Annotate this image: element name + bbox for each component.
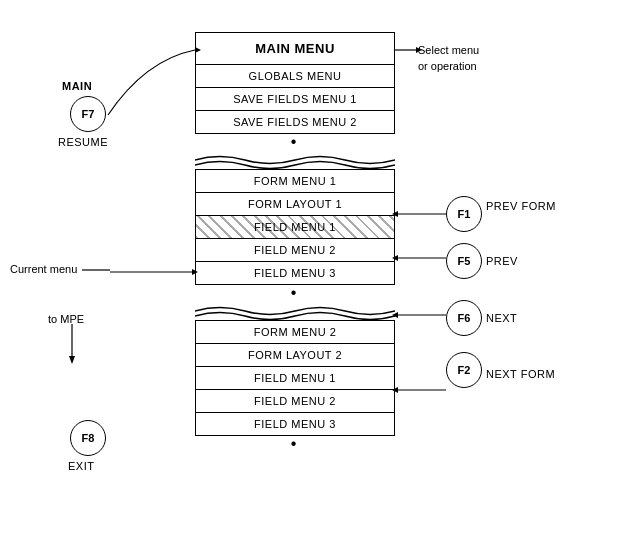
dot-separator: • xyxy=(195,133,395,151)
f7-button[interactable]: F7 xyxy=(70,96,106,132)
menu-box-save-fields-2: SAVE FIELDS MENU 2 xyxy=(195,110,395,134)
main-text: MAIN xyxy=(62,80,92,92)
menu-box-form-menu-2: FORM MENU 2 xyxy=(195,320,395,344)
next-form-label: NEXT FORM xyxy=(486,368,555,380)
wavy-separator xyxy=(195,302,395,320)
menu-box-main-menu: MAIN MENU xyxy=(195,32,395,65)
select-label: Select menuor operation xyxy=(418,42,479,74)
menu-box-form-menu-1: FORM MENU 1 xyxy=(195,169,395,193)
f7-label: F7 xyxy=(82,108,95,120)
f2-label: F2 xyxy=(458,364,471,376)
f6-button[interactable]: F6 xyxy=(446,300,482,336)
next-label: NEXT xyxy=(486,312,517,324)
menu-box-form-layout-1: FORM LAYOUT 1 xyxy=(195,192,395,216)
f1-label: F1 xyxy=(458,208,471,220)
resume-label: RESUME xyxy=(58,136,108,148)
f1-button[interactable]: F1 xyxy=(446,196,482,232)
f8-label: F8 xyxy=(82,432,95,444)
wavy-separator xyxy=(195,151,395,169)
menu-box-field-menu-2b: FIELD MENU 2 xyxy=(195,389,395,413)
f6-label: F6 xyxy=(458,312,471,324)
f2-button[interactable]: F2 xyxy=(446,352,482,388)
menu-box-field-menu-3b: FIELD MENU 3 xyxy=(195,412,395,436)
diagram-container: Select menuor operation MAIN MENUGLOBALS… xyxy=(0,0,638,557)
menu-box-form-layout-2: FORM LAYOUT 2 xyxy=(195,343,395,367)
menu-box-field-menu-1a: FIELD MENU 1 xyxy=(195,215,395,239)
f5-button[interactable]: F5 xyxy=(446,243,482,279)
menu-box-field-menu-3a: FIELD MENU 3 xyxy=(195,261,395,285)
current-menu-label: Current menu xyxy=(10,263,77,275)
menu-box-save-fields-1: SAVE FIELDS MENU 1 xyxy=(195,87,395,111)
dot-separator: • xyxy=(195,435,395,453)
f8-button[interactable]: F8 xyxy=(70,420,106,456)
prev-form-label: PREV FORM xyxy=(486,200,556,212)
menu-column: MAIN MENUGLOBALS MENUSAVE FIELDS MENU 1S… xyxy=(195,32,395,453)
menu-box-field-menu-1b: FIELD MENU 1 xyxy=(195,366,395,390)
menu-box-globals-menu: GLOBALS MENU xyxy=(195,64,395,88)
exit-label: EXIT xyxy=(68,460,94,472)
to-mpe-label: to MPE xyxy=(48,313,84,325)
dot-separator: • xyxy=(195,284,395,302)
main-label: MAIN xyxy=(62,80,92,92)
menu-box-field-menu-2a: FIELD MENU 2 xyxy=(195,238,395,262)
f5-label: F5 xyxy=(458,255,471,267)
prev-label: PREV xyxy=(486,255,518,267)
svg-marker-7 xyxy=(69,356,75,364)
